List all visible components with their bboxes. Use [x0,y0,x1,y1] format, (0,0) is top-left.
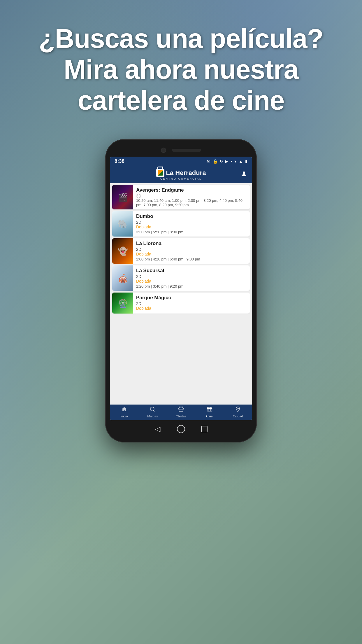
nav-label-marcas: Marcas [147,414,158,418]
hero-title: ¿Buscas una película? Mira ahora nuestra… [39,23,323,116]
battery-icon: ▮ [245,159,247,164]
poster-icon-parque: 🎡 [118,298,128,308]
recents-button[interactable] [200,425,209,433]
nav-item-ofertas[interactable]: Ofertas [167,406,195,418]
movie-info-avengers: Avengers: Endgame 3D 10:20 am, 11:40 am,… [133,185,250,209]
movie-times-dumbo: 3:30 pm | 5:50 pm | 8:30 pm [136,230,247,234]
movie-format-dumbo: 2D [136,220,247,225]
movie-card-parque[interactable]: 🎡 Parque Mágico 2D Doblada [112,293,250,314]
logo: La Herradura CENTRO COMERCIAL [156,169,206,180]
movie-lang-dumbo: Doblada [136,225,247,229]
logo-subtitle: CENTRO COMERCIAL [160,177,202,180]
hero-section: ¿Buscas una película? Mira ahora nuestra… [21,0,341,133]
movie-poster-llorona: 👻 [112,238,133,264]
movie-info-parque: Parque Mágico 2D Doblada [133,293,250,314]
movie-poster-sucursal: 🎪 [112,265,133,291]
movie-format-avengers: 3D [136,194,247,198]
profile-icon[interactable] [240,170,247,179]
movie-info-llorona: La Llorona 2D Doblada 2:00 pm | 4:20 pm … [133,238,250,264]
svg-point-8 [237,408,238,409]
movie-card-llorona[interactable]: 👻 La Llorona 2D Doblada 2:00 pm | 4:20 p… [112,238,250,264]
phone-camera [161,148,166,153]
movie-info-dumbo: Dumbo 2D Doblada 3:30 pm | 5:50 pm | 8:3… [133,211,250,237]
nav-icon-ciudad [235,406,241,414]
status-time: 8:38 [115,158,124,164]
movie-format-parque: 2D [136,301,247,306]
logo-text: La Herradura [156,169,206,177]
nav-label-ofertas: Ofertas [176,414,186,418]
movie-list[interactable]: 🎬 Avengers: Endgame 3D 10:20 am, 11:40 a… [110,183,252,405]
signal-icon: ▲ [239,159,243,164]
google-icon: G [220,159,223,163]
movie-title-sucursal: La Sucursal [136,268,247,274]
svg-point-1 [150,407,154,411]
dot-icon: • [231,159,232,164]
poster-icon-dumbo: 🐘 [118,219,128,229]
nav-icon-inicio [121,406,127,414]
poster-icon-sucursal: 🎪 [118,273,128,283]
nav-item-ciudad[interactable]: Ciudad [224,406,252,418]
movie-title-avengers: Avengers: Endgame [136,187,247,193]
movie-title-dumbo: Dumbo [136,214,247,219]
phone-frame: 8:38 ✉ 🔒 G ▶ • ▾ ▲ ▮ [105,139,257,442]
lock-icon: 🔒 [213,159,218,164]
nav-icon-marcas [150,406,155,414]
movie-poster-parque: 🎡 [112,293,133,314]
phone-screen: 8:38 ✉ 🔒 G ▶ • ▾ ▲ ▮ [110,157,252,420]
movie-lang-parque: Doblada [136,306,247,311]
status-bar: 8:38 ✉ 🔒 G ▶ • ▾ ▲ ▮ [110,157,252,166]
back-icon: ◁ [155,425,160,433]
phone-bottom-bar: ◁ [110,420,252,438]
nav-icon-cine [207,406,212,414]
hero-line3: cartelera de cine [78,85,284,115]
movie-card-dumbo[interactable]: 🐘 Dumbo 2D Doblada 3:30 pm | 5:50 pm | 8… [112,211,250,237]
movie-info-sucursal: La Sucursal 2D Doblada 1:20 pm | 3:40 pm… [133,265,250,291]
movie-card-avengers[interactable]: 🎬 Avengers: Endgame 3D 10:20 am, 11:40 a… [112,185,250,209]
movie-format-sucursal: 2D [136,274,247,279]
hero-line2: Mira ahora nuestra [64,55,298,84]
movie-lang-llorona: Doblada [136,252,247,256]
nav-label-ciudad: Ciudad [233,414,243,418]
movie-times-avengers: 10:20 am, 11:40 am, 1:00 pm, 2:00 pm, 3:… [136,198,247,207]
movie-format-llorona: 2D [136,247,247,252]
nav-item-inicio[interactable]: Inicio [110,406,138,418]
svg-point-0 [243,172,245,174]
poster-icon-llorona: 👻 [118,246,128,256]
movie-poster-avengers: 🎬 [112,185,133,209]
movie-times-sucursal: 1:20 pm | 3:40 pm | 9:20 pm [136,284,247,288]
nav-icon-ofertas [178,406,184,414]
nav-item-cine[interactable]: Cine [195,406,224,418]
svg-rect-3 [207,407,212,411]
movie-lang-sucursal: Doblada [136,279,247,284]
app-header: La Herradura CENTRO COMERCIAL [110,166,252,183]
recent-icon [201,426,208,432]
logo-bag-icon [156,169,164,177]
movie-title-parque: Parque Mágico [136,295,247,301]
phone-mockup: 8:38 ✉ 🔒 G ▶ • ▾ ▲ ▮ [105,139,257,442]
status-icons: ✉ 🔒 G ▶ • ▾ ▲ ▮ [207,159,247,164]
wifi-icon: ▾ [234,159,236,164]
movie-card-sucursal[interactable]: 🎪 La Sucursal 2D Doblada 1:20 pm | 3:40 … [112,265,250,291]
home-button[interactable] [177,425,185,433]
play-icon: ▶ [225,159,228,164]
home-icon [177,425,185,433]
poster-icon-avengers: 🎬 [118,192,128,202]
phone-speaker [172,149,201,152]
svg-line-2 [154,410,155,412]
movie-title-llorona: La Llorona [136,241,247,246]
nav-label-inicio: Inicio [120,414,128,418]
nav-label-cine: Cine [206,414,213,418]
mail-icon: ✉ [207,159,210,164]
movie-poster-dumbo: 🐘 [112,211,133,237]
hero-line1: ¿Buscas una película? [39,24,323,53]
nav-item-marcas[interactable]: Marcas [138,406,167,418]
phone-top-bar [110,144,252,157]
bottom-nav: Inicio Marcas Ofertas Cine Ciudad [110,405,252,420]
logo-name: La Herradura [166,169,206,177]
movie-times-llorona: 2:00 pm | 4:20 pm | 6:40 pm | 9:00 pm [136,257,247,261]
back-button[interactable]: ◁ [153,425,162,433]
